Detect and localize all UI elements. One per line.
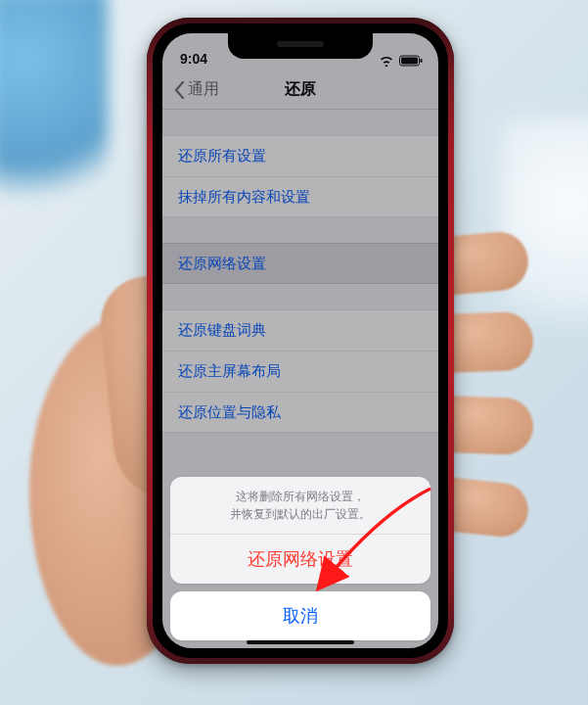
message-line: 这将删除所有网络设置， <box>188 488 413 506</box>
action-sheet: 这将删除所有网络设置， 并恢复到默认的出厂设置。 还原网络设置 取消 <box>170 477 430 640</box>
button-label: 还原网络设置 <box>248 547 353 571</box>
notch <box>228 33 373 59</box>
message-line: 并恢复到默认的出厂设置。 <box>188 505 413 524</box>
confirm-reset-network-button[interactable]: 还原网络设置 <box>170 535 430 584</box>
background-blob <box>500 118 588 333</box>
home-indicator <box>247 640 354 644</box>
action-sheet-message: 这将删除所有网络设置， 并恢复到默认的出厂设置。 <box>170 477 430 535</box>
cancel-button[interactable]: 取消 <box>170 591 430 640</box>
phone-device: 9:04 <box>147 18 454 664</box>
phone-screen: 9:04 <box>162 33 438 648</box>
action-sheet-group: 这将删除所有网络设置， 并恢复到默认的出厂设置。 还原网络设置 <box>170 477 430 584</box>
button-label: 取消 <box>283 604 318 628</box>
background-blob <box>0 0 108 215</box>
